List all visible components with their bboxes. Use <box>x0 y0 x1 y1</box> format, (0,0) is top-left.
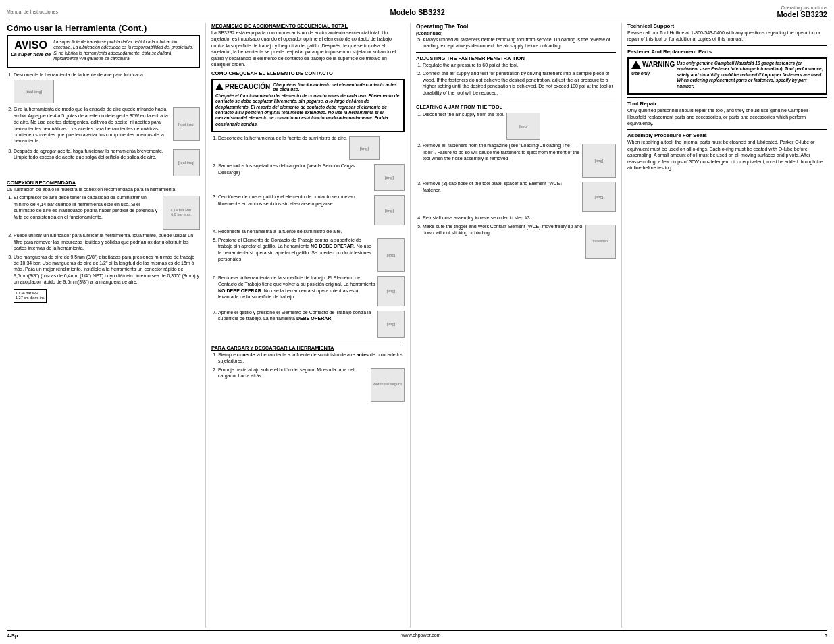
warning-text: Use only genuine Campbell Hausfeld 18 ga… <box>677 61 823 89</box>
precaucion-body: Chequée el funcionamiento del elemento d… <box>215 93 400 128</box>
top-center-title: Modelo SB3232 <box>58 8 777 16</box>
warning-title-text: WARNING <box>642 61 675 68</box>
aviso-text: La super ficie de trabajo se podría daña… <box>53 39 196 62</box>
mecanismo-title: MECANISMO DE ACCIONAMIENTO SECUENCIAL TO… <box>211 23 405 29</box>
step3-image: [tool img] <box>173 149 200 176</box>
chequear-steps-list: Desconecte la herramienta de la fuente d… <box>211 135 405 338</box>
operating-title: Operating The Tool <box>416 23 616 30</box>
top-right-model: Model SB3232 <box>777 10 827 18</box>
clearing-step2-text: Remove all fasteners from the magazine (… <box>423 142 580 161</box>
chequear-title: COMO CHEQUEAR EL ELEMENTO DE CONTACTO <box>211 70 405 76</box>
cargar-step-2: Empuje hacia abajo sobre el botón del se… <box>218 367 405 403</box>
mid-divider <box>211 342 405 342</box>
precaucion-triangle-icon <box>215 83 224 90</box>
pressure-max: 6,9 bar Max. <box>170 213 192 217</box>
aviso-title: AVISO <box>11 39 51 51</box>
clearing-step1-image: [img] <box>506 113 540 140</box>
aviso-box: AVISO La super ficie de La super ficie d… <box>7 35 200 68</box>
top-right-area: Operating Instructions Model SB3232 <box>777 5 827 18</box>
left-step-3: Después de agregar aceite, haga funciona… <box>14 148 200 178</box>
chequear-step3-image: [img] <box>374 195 405 225</box>
bottom-website: www.chpower.com <box>402 633 441 639</box>
clearing-step1-text: Disconnect the air supply from the tool. <box>423 111 504 117</box>
pressure-min: 4,14 bar Min. <box>170 208 192 213</box>
gauge-diagram: 10,34 bar WP 1,27 cm diam. int. <box>14 289 200 303</box>
adjusting-divider <box>416 52 616 53</box>
warning-use-only: Use only <box>631 71 650 76</box>
chequear-step3-text: Cerciórese de que el gatillo y el elemen… <box>218 194 372 207</box>
conexion-step2-text: Puede utilizar un lubricador para lubric… <box>14 232 200 251</box>
chequear-step-5: Presione el Elemento de Contacto de Trab… <box>218 237 405 273</box>
clearing-steps-list: Disconnect the air supply from the tool.… <box>416 111 616 259</box>
top-left-label: Manual de Instrucciones <box>7 9 58 14</box>
bottom-bar: 4-Sp www.chpower.com 5 <box>7 630 827 639</box>
bottom-right-page: 5 <box>825 633 827 639</box>
chequear-step2-image: [img] <box>374 164 405 191</box>
clearing-step-1: Disconnect the air supply from the tool.… <box>423 111 616 141</box>
operating-step-5: Always unload all fasteners before remov… <box>423 36 616 49</box>
fastener-divider <box>627 45 827 46</box>
gauge-label: 10,34 bar WP <box>16 291 38 295</box>
clearing-step-2: Remove all fasteners from the magazine (… <box>423 142 616 179</box>
mecanismo-text: La SB3232 está equipada con un mecanismo… <box>211 30 405 68</box>
conexion-step3-text: Use mangueras de aire de 9,5mm (3/8") di… <box>14 254 200 286</box>
adjusting-title: ADJUSTING THE FASTENER PENETRA-TION <box>416 55 616 61</box>
chequear-step5-text: Presione el Elemento de Contacto de Trab… <box>218 237 375 263</box>
operating-step5-text: Always unload all fasteners before remov… <box>423 36 616 49</box>
step3-text: Después de agregar aceite, haga funciona… <box>14 148 171 161</box>
assembly-title: Assembly Procedure For Seals <box>627 132 827 138</box>
precaucion-box: PRECAUCIÓN Chequée el funcionamiento del… <box>211 79 405 133</box>
clearing-step4-text: Reinstall nose assembly in reverse order… <box>423 215 616 221</box>
chequear-step4-text: Reconecte la herramienta a la fuente de … <box>218 228 405 234</box>
cargar-step1-text: Siempre conecte la herramienta a la fuen… <box>218 352 405 365</box>
adjusting-step2-text: Connect the air supply and test for pene… <box>423 70 616 96</box>
warning-triangle-icon <box>631 61 641 69</box>
warning-box: WARNING Use only Use only genuine Campbe… <box>627 57 827 95</box>
conexion-text: La ilustración de abajo le muestra la co… <box>7 186 200 192</box>
left-section-title: Cómo usar la Herramienta (Cont.) <box>7 23 200 33</box>
top-right-label: Operating Instructions <box>781 5 827 10</box>
clearing-step-5: Make sure the trigger and Work Contact E… <box>423 223 616 260</box>
left-step-2: Gire la herramienta de modo que la entra… <box>14 106 200 146</box>
movement-label: movement <box>593 239 608 244</box>
chequear-step2-text: Saque todos los sujetadores del cargador… <box>218 163 372 176</box>
clearing-step5-image: movement <box>585 225 616 259</box>
conexion-title: CONEXIÓN RECOMENDADA <box>7 180 200 186</box>
gauge-image: 4,14 bar Min. 6,9 bar Max. <box>163 196 200 230</box>
chequear-step-3: Cerciórese de que el gatillo y el elemen… <box>218 194 405 227</box>
chequear-step-7: Apriete el gatillo y presione el Element… <box>218 309 405 339</box>
step1-image: [tool img] <box>14 80 54 103</box>
clearing-title: CLEARING A JAM FROM THE TOOL <box>416 104 616 110</box>
left-step-1: Desconecte la herramienta de la fuente d… <box>14 72 200 105</box>
gauge-sub: 1,27 cm diam. int. <box>16 296 45 300</box>
chequear-step5-image: [img] <box>377 238 405 272</box>
technical-text: Please call our Tool Hotline at 1-800-54… <box>627 30 827 43</box>
conexion-step-1: El compresor de aire debe tener la capac… <box>14 194 200 231</box>
right-area: Operating The Tool (Continued) Always un… <box>416 23 827 628</box>
chequear-step-4: Reconecte la herramienta a la fuente de … <box>218 228 405 234</box>
cargar-step2-text: Empuje hacia abajo sobre el botón del se… <box>218 367 369 379</box>
tool-repair-title: Tool Repair <box>627 101 827 107</box>
top-bar: Manual de Instrucciones Modelo SB3232 Op… <box>7 5 827 20</box>
assembly-text: When repairing a tool, the internal part… <box>627 139 827 171</box>
operating-continued: (Continued) <box>416 31 616 36</box>
clearing-step-3: Remove (3) cap nose of the tool plate, s… <box>423 180 616 213</box>
clearing-step3-text: Remove (3) cap nose of the tool plate, s… <box>423 180 580 193</box>
bottom-left-page: 4-Sp <box>7 633 18 639</box>
cargar-step-1: Siempre conecte la herramienta a la fuen… <box>218 352 405 365</box>
adjusting-step-2: Connect the air supply and test for pene… <box>423 70 616 98</box>
chequear-step7-text: Apriete el gatillo y presione el Element… <box>218 309 375 322</box>
cargar-title: PARA CARGAR Y DESCARGAR LA HERRAMIENTA <box>211 345 405 351</box>
step2-text: Gire la herramienta de modo que la entra… <box>14 106 171 144</box>
right-left-column: Operating The Tool (Continued) Always un… <box>416 23 622 628</box>
main-content: Cómo usar la Herramienta (Cont.) AVISO L… <box>7 23 827 628</box>
clearing-divider <box>416 101 616 101</box>
clearing-step-4: Reinstall nose assembly in reverse order… <box>423 215 616 221</box>
chequear-step-1: Desconecte la herramienta de la fuente d… <box>218 135 405 161</box>
gauge-label-box: 10,34 bar WP 1,27 cm diam. int. <box>14 289 47 303</box>
conexion-step-2: Puede utilizar un lubricador para lubric… <box>14 232 200 251</box>
cargar-step2-image: Botón del seguro <box>371 368 405 402</box>
technical-title: Technical Support <box>627 23 827 29</box>
adjusting-step1-text: Regulate the air pressure to 60 psi at t… <box>423 62 616 68</box>
aviso-ficie-label: La super ficie de <box>11 51 51 57</box>
